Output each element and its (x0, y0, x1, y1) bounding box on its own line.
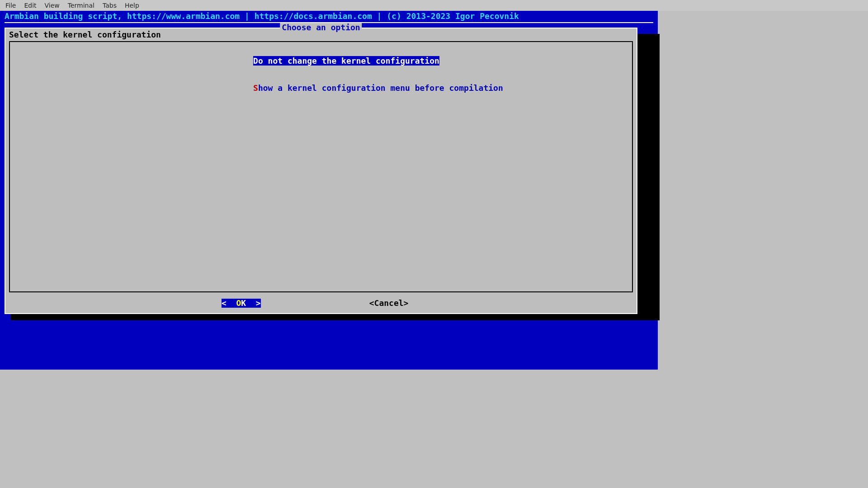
option-list-box: Do not change the kernel configuration S… (9, 41, 633, 292)
dialog-shadow-wrap: Choose an option Select the kernel confi… (5, 28, 653, 314)
menu-bar: File Edit View Terminal Tabs Help (0, 0, 868, 11)
option-hotkey: S (253, 83, 258, 93)
menu-view[interactable]: View (41, 1, 63, 10)
option-list: Do not change the kernel configuration S… (14, 47, 628, 102)
menu-help[interactable]: Help (121, 1, 143, 10)
choose-option-dialog: Choose an option Select the kernel confi… (5, 28, 637, 314)
option-label: o not change the kernel configuration (258, 56, 439, 66)
dialog-buttons: < OK > <Cancel> (9, 292, 633, 310)
terminal-header-line: Armbian building script, https://www.arm… (5, 11, 653, 21)
menu-tabs[interactable]: Tabs (99, 1, 120, 10)
menu-file[interactable]: File (2, 1, 19, 10)
terminal-window: Armbian building script, https://www.arm… (0, 11, 658, 370)
option-show-menu[interactable]: Show a kernel configuration menu before … (194, 75, 628, 102)
menu-edit[interactable]: Edit (20, 1, 40, 10)
menu-terminal[interactable]: Terminal (64, 1, 98, 10)
ok-button[interactable]: < OK > (222, 299, 261, 308)
option-label: how a kernel configuration menu before c… (258, 83, 503, 93)
cancel-button[interactable]: <Cancel> (369, 299, 409, 308)
option-no-change[interactable]: Do not change the kernel configuration (194, 47, 628, 75)
option-hotkey: D (253, 56, 258, 66)
dialog-title: Choose an option (280, 23, 362, 32)
